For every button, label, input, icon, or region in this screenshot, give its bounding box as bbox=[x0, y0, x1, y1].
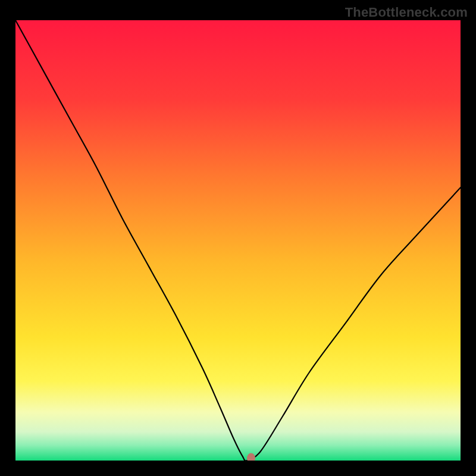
watermark-text: TheBottleneck.com bbox=[345, 5, 468, 20]
optimal-point-marker bbox=[247, 453, 255, 461]
background-gradient bbox=[15, 20, 461, 461]
svg-rect-0 bbox=[15, 20, 461, 461]
chart-frame: TheBottleneck.com bbox=[0, 0, 476, 476]
plot-area bbox=[15, 20, 461, 461]
